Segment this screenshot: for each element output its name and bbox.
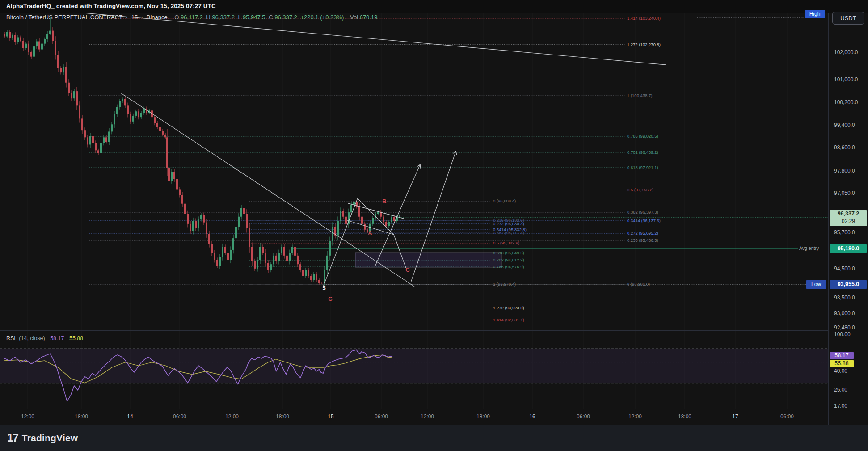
candle[interactable] xyxy=(222,247,223,257)
candle[interactable] xyxy=(332,227,333,241)
candle[interactable] xyxy=(326,256,328,270)
candle[interactable] xyxy=(95,143,97,150)
candle[interactable] xyxy=(60,68,62,72)
candle[interactable] xyxy=(100,143,102,153)
candle[interactable] xyxy=(173,172,175,179)
candle[interactable] xyxy=(6,32,8,37)
candle[interactable] xyxy=(289,253,291,261)
candle[interactable] xyxy=(305,270,307,276)
candle[interactable] xyxy=(208,234,210,244)
candle[interactable] xyxy=(14,35,16,42)
rsi-pane[interactable] xyxy=(0,331,828,409)
candle[interactable] xyxy=(383,217,384,222)
candle[interactable] xyxy=(291,247,293,253)
candle[interactable] xyxy=(219,257,221,266)
candle[interactable] xyxy=(302,270,304,276)
symbol-name[interactable]: Bitcoin / TetherUS PERPETUAL CONTRACT xyxy=(6,14,122,21)
candle[interactable] xyxy=(179,189,181,195)
candle[interactable] xyxy=(111,124,113,131)
candle[interactable] xyxy=(254,261,256,269)
candle[interactable] xyxy=(73,91,75,98)
candle[interactable] xyxy=(143,109,145,113)
candle[interactable] xyxy=(55,41,56,55)
candle[interactable] xyxy=(216,260,218,266)
candle[interactable] xyxy=(377,212,379,214)
candle[interactable] xyxy=(97,150,99,153)
candle[interactable] xyxy=(154,117,156,123)
candle[interactable] xyxy=(321,283,323,283)
candle[interactable] xyxy=(156,123,158,127)
target-zone-box[interactable] xyxy=(355,253,501,267)
tradingview-logo[interactable]: 17 TradingView xyxy=(7,431,78,444)
symbol-info-bar[interactable]: Bitcoin / TetherUS PERPETUAL CONTRACT · … xyxy=(6,14,379,22)
candle[interactable] xyxy=(224,247,226,253)
candle[interactable] xyxy=(195,221,197,228)
candle[interactable] xyxy=(87,137,88,144)
candle[interactable] xyxy=(214,253,215,260)
candle[interactable] xyxy=(275,256,277,261)
candle[interactable] xyxy=(310,276,312,280)
candle[interactable] xyxy=(329,241,331,256)
candle[interactable] xyxy=(184,204,186,214)
candle[interactable] xyxy=(92,136,94,143)
candle[interactable] xyxy=(358,207,360,217)
candle[interactable] xyxy=(385,222,387,226)
candle[interactable] xyxy=(130,114,131,122)
candle[interactable] xyxy=(135,111,137,116)
candle[interactable] xyxy=(4,34,5,36)
candle[interactable] xyxy=(203,215,205,223)
candle[interactable] xyxy=(350,205,352,212)
candle[interactable] xyxy=(22,41,24,48)
candle[interactable] xyxy=(159,127,161,131)
candle[interactable] xyxy=(28,44,29,52)
candle[interactable] xyxy=(36,41,38,46)
candle[interactable] xyxy=(41,44,43,50)
time-axis[interactable]: 12:0018:001406:0012:0018:001506:0012:001… xyxy=(0,409,828,424)
candle[interactable] xyxy=(49,31,51,34)
candle[interactable] xyxy=(30,52,32,57)
candle[interactable] xyxy=(162,131,164,134)
rsi-indicator-legend[interactable]: RSI (14, close) 58.17 55.88 xyxy=(6,335,83,341)
candle[interactable] xyxy=(372,218,374,224)
candle[interactable] xyxy=(171,172,173,181)
pane-divider[interactable] xyxy=(0,330,868,331)
candle[interactable] xyxy=(52,31,54,41)
candle[interactable] xyxy=(122,99,123,101)
candle[interactable] xyxy=(316,274,317,280)
candle[interactable] xyxy=(342,211,344,217)
price-pane[interactable]: 1.414 (103,240.4)1.272 (102,270.8)1 (100… xyxy=(0,13,828,331)
currency-toggle-button[interactable]: USDT xyxy=(832,12,864,25)
pane-divider[interactable] xyxy=(0,409,868,409)
candle[interactable] xyxy=(337,221,339,235)
candle[interactable] xyxy=(270,264,272,270)
candle[interactable] xyxy=(38,41,40,49)
candle[interactable] xyxy=(108,131,110,142)
candle[interactable] xyxy=(46,34,48,39)
candle[interactable] xyxy=(84,130,86,137)
candle[interactable] xyxy=(257,260,258,269)
candle[interactable] xyxy=(399,215,400,216)
candle[interactable] xyxy=(286,256,288,261)
candle[interactable] xyxy=(388,222,390,226)
candle[interactable] xyxy=(240,208,242,216)
candle[interactable] xyxy=(206,223,207,234)
candle[interactable] xyxy=(249,228,250,247)
candle[interactable] xyxy=(299,264,301,270)
candle[interactable] xyxy=(81,118,83,130)
candle[interactable] xyxy=(198,219,199,228)
candle[interactable] xyxy=(132,116,134,122)
candle[interactable] xyxy=(393,217,395,221)
candle[interactable] xyxy=(230,250,232,260)
candle[interactable] xyxy=(251,247,253,261)
rsi-title[interactable]: RSI xyxy=(6,335,16,341)
candle[interactable] xyxy=(273,256,274,264)
candle[interactable] xyxy=(190,224,191,231)
candle[interactable] xyxy=(340,211,341,221)
candle[interactable] xyxy=(138,111,139,117)
candle[interactable] xyxy=(232,238,234,250)
candle[interactable] xyxy=(211,244,213,253)
candle[interactable] xyxy=(318,280,320,283)
candle[interactable] xyxy=(243,208,245,214)
candle[interactable] xyxy=(187,214,189,224)
candle[interactable] xyxy=(127,105,129,114)
